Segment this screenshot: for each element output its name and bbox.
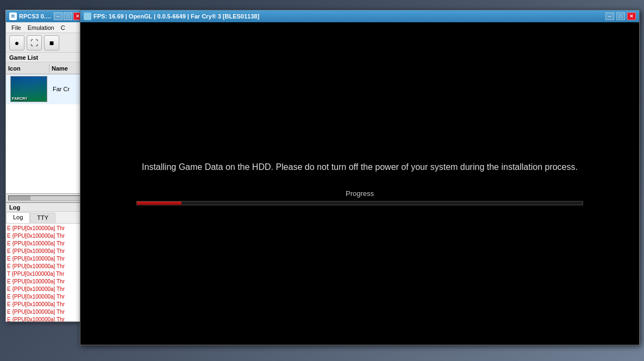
rpcs3-minimize-button[interactable]: ─	[54, 12, 62, 20]
log-line: T {PPU[0x100000a] Thr	[7, 270, 84, 278]
install-message: Installing Game Data on the HDD. Please …	[136, 161, 583, 205]
fullscreen-button[interactable]: ⛶	[27, 35, 42, 50]
log-tab-log[interactable]: Log	[6, 212, 30, 223]
install-text: Installing Game Data on the HDD. Please …	[136, 161, 583, 173]
log-line: E {PPU[0x100000a] Thr	[7, 255, 84, 263]
log-header: Log	[6, 203, 85, 212]
rpcs3-app-icon: R	[9, 12, 17, 20]
game-list-scrollbar[interactable]	[6, 193, 85, 202]
rpcs3-titlebar: R RPCS3 0.0.5-6649- ─ □ ✕	[6, 10, 85, 22]
progress-bar-fill	[137, 202, 182, 205]
game-list-row[interactable]: FARCRY Far Cr	[6, 74, 85, 104]
game-icon: FARCRY	[10, 76, 47, 102]
game-icon-cell: FARCRY	[7, 76, 51, 102]
game-minimize-button[interactable]: ─	[605, 12, 614, 20]
rpcs3-toolbar: ● ⛶ ■	[6, 33, 85, 53]
log-line: E {PPU[0x100000a] Thr	[7, 293, 84, 301]
log-line: E {PPU[0x100000a] Thr	[7, 278, 84, 286]
log-tabs: Log TTY	[6, 212, 85, 224]
log-section: Log Log TTY E {PPU[0x100000a] ThrE {PPU[…	[6, 202, 85, 321]
game-list-column-headers: Icon Name	[6, 62, 85, 74]
stop-button[interactable]: ■	[44, 35, 59, 50]
game-list-header: Game List	[6, 53, 85, 62]
menu-config[interactable]: C	[58, 23, 68, 32]
game-title: FPS: 16.69 | OpenGL | 0.0.5-6649 | Far C…	[93, 13, 604, 20]
menu-file[interactable]: File	[8, 23, 24, 32]
log-line: E {PPU[0x100000a] Thr	[7, 225, 84, 232]
log-tab-tty[interactable]: TTY	[30, 213, 55, 223]
game-maximize-button[interactable]: □	[616, 12, 625, 20]
game-titlebar: FPS: 16.69 | OpenGL | 0.0.5-6649 | Far C…	[80, 10, 639, 22]
log-line: E {PPU[0x100000a] Thr	[7, 286, 84, 293]
progress-bar-track	[136, 201, 583, 206]
log-line: E {PPU[0x100000a] Thr	[7, 308, 84, 316]
game-window-controls: ─ □ ✕	[604, 12, 636, 20]
log-line: E {PPU[0x100000a] Thr	[7, 301, 84, 308]
rpcs3-main-window: R RPCS3 0.0.5-6649- ─ □ ✕ File Emulation…	[5, 10, 86, 322]
log-line: E {PPU[0x100000a] Thr	[7, 248, 84, 255]
rpcs3-maximize-button[interactable]: □	[64, 12, 72, 20]
log-line: E {PPU[0x100000a] Thr	[7, 232, 84, 240]
progress-container: Progress	[136, 190, 583, 206]
game-titlebar-icon	[84, 12, 91, 20]
game-content: Installing Game Data on the HDD. Please …	[80, 22, 639, 345]
game-window: FPS: 16.69 | OpenGL | 0.0.5-6649 | Far C…	[80, 10, 640, 345]
menu-emulation[interactable]: Emulation	[24, 23, 58, 32]
log-line: E {PPU[0x100000a] Thr	[7, 316, 84, 321]
column-header-icon: Icon	[6, 64, 49, 73]
rpcs3-title: RPCS3 0.0.5-6649-	[19, 13, 54, 20]
log-line: E {PPU[0x100000a] Thr	[7, 240, 84, 248]
scrollbar-thumb[interactable]	[9, 196, 30, 200]
game-list-table: Icon Name FARCRY Far Cr	[6, 62, 85, 193]
play-button[interactable]: ●	[9, 35, 24, 50]
log-content: E {PPU[0x100000a] ThrE {PPU[0x100000a] T…	[6, 224, 85, 321]
game-name: Far Cr	[51, 85, 84, 93]
rpcs3-menubar: File Emulation C	[6, 22, 85, 33]
rpcs3-window-controls: ─ □ ✕	[54, 12, 82, 20]
game-close-button[interactable]: ✕	[627, 12, 636, 20]
progress-label: Progress	[136, 190, 583, 198]
scrollbar-track[interactable]	[8, 195, 83, 201]
log-line: E {PPU[0x100000a] Thr	[7, 263, 84, 270]
